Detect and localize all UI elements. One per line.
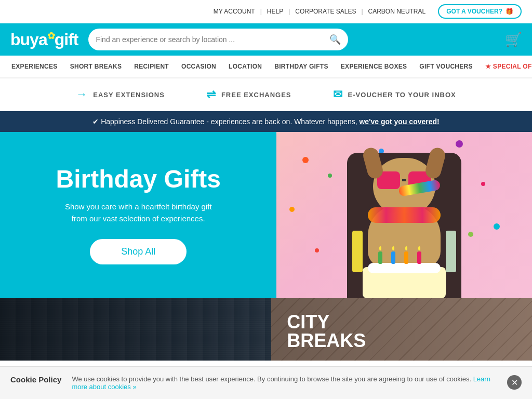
nav-short-breaks[interactable]: SHORT BREAKS bbox=[64, 56, 128, 78]
panel-right[interactable]: CITY BREAKS bbox=[271, 298, 532, 361]
help-link[interactable]: HELP bbox=[262, 8, 288, 15]
envelope-icon: ✉ bbox=[333, 88, 343, 101]
nav-gift-vouchers[interactable]: GIFT VOUCHERS bbox=[413, 56, 479, 78]
bottom-panels: CITY BREAKS bbox=[0, 298, 532, 361]
hero-right bbox=[276, 132, 532, 298]
city-breaks-bg: CITY BREAKS bbox=[271, 298, 532, 361]
voucher-button[interactable]: GOT A VOUCHER? 🎁 bbox=[438, 4, 522, 19]
hero-subtitle: Show you care with a heartfelt birthday … bbox=[65, 201, 212, 224]
nav-experience-boxes[interactable]: EXPERIENCE BOXES bbox=[335, 56, 414, 78]
city-breaks-title: CITY BREAKS bbox=[287, 313, 366, 350]
feature-easy-extensions: → EASY EXTENSIONS bbox=[76, 88, 165, 101]
main-nav: EXPERIENCES SHORT BREAKS RECIPIENT OCCAS… bbox=[0, 56, 532, 78]
shop-all-button[interactable]: Shop All bbox=[90, 239, 187, 264]
feature-bar: → EASY EXTENSIONS ⇌ FREE EXCHANGES ✉ E-V… bbox=[0, 78, 532, 111]
guarantee-bar: ✔ Happiness Delivered Guarantee - experi… bbox=[0, 111, 532, 132]
panel-left[interactable] bbox=[0, 298, 271, 361]
guarantee-link[interactable]: we've got you covered! bbox=[359, 117, 439, 126]
corporate-sales-link[interactable]: CORPORATE SALES bbox=[290, 8, 361, 15]
my-account-link[interactable]: MY ACCOUNT bbox=[208, 8, 260, 15]
logo[interactable]: buya✿gift bbox=[10, 30, 78, 49]
guarantee-check: ✔ bbox=[92, 117, 99, 126]
cart-icon[interactable]: 🛒 bbox=[505, 32, 522, 48]
voucher-icon: 🎁 bbox=[506, 8, 513, 15]
search-bar[interactable]: 🔍 bbox=[88, 29, 348, 50]
search-icon[interactable]: 🔍 bbox=[329, 34, 341, 45]
hero-left: Birthday Gifts Show you care with a hear… bbox=[0, 132, 276, 298]
feature-evoucher: ✉ E-VOUCHER TO YOUR INBOX bbox=[333, 88, 456, 101]
exchange-icon: ⇌ bbox=[206, 88, 216, 101]
nav-recipient[interactable]: RECIPIENT bbox=[128, 56, 175, 78]
header: buya✿gift 🔍 🛒 bbox=[0, 23, 532, 56]
nav-birthday-gifts[interactable]: BIRTHDAY GIFTS bbox=[268, 56, 335, 78]
arrow-right-icon: → bbox=[76, 88, 88, 101]
nav-experiences[interactable]: EXPERIENCES bbox=[5, 56, 64, 78]
carbon-neutral-link[interactable]: CARBON NEUTRAL bbox=[363, 8, 431, 15]
feature-label-2: FREE EXCHANGES bbox=[221, 91, 291, 99]
nav-occasion[interactable]: OCCASION bbox=[175, 56, 222, 78]
nav-special-offers[interactable]: SPECIAL OFFERS bbox=[479, 56, 532, 78]
feature-label-1: EASY EXTENSIONS bbox=[93, 91, 165, 99]
logo-text: buya✿gift bbox=[10, 30, 78, 49]
search-input[interactable] bbox=[96, 35, 329, 44]
hero-title: Birthday Gifts bbox=[56, 166, 221, 193]
feature-free-exchanges: ⇌ FREE EXCHANGES bbox=[206, 88, 291, 101]
hero-section: Birthday Gifts Show you care with a hear… bbox=[0, 132, 532, 298]
top-bar: MY ACCOUNT | HELP | CORPORATE SALES | CA… bbox=[0, 0, 532, 23]
guarantee-text: Happiness Delivered Guarantee - experien… bbox=[101, 117, 359, 126]
nav-location[interactable]: LOCATION bbox=[222, 56, 268, 78]
voucher-label: GOT A VOUCHER? bbox=[446, 8, 502, 15]
feature-label-3: E-VOUCHER TO YOUR INBOX bbox=[348, 91, 456, 99]
